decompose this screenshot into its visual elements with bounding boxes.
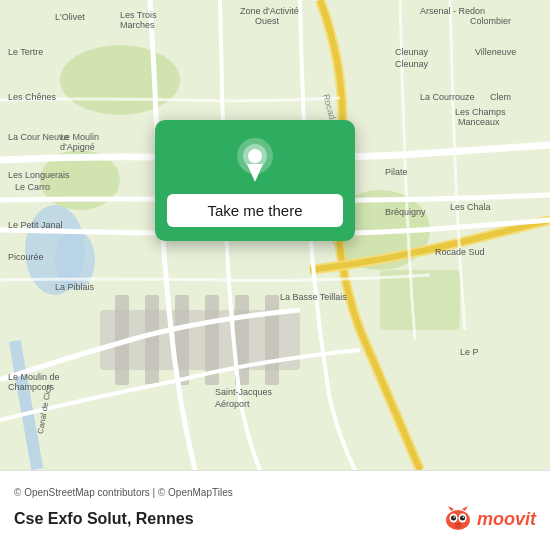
- svg-text:Villeneuve: Villeneuve: [475, 47, 516, 57]
- svg-text:Pilate: Pilate: [385, 167, 408, 177]
- svg-text:Saint-Jacques: Saint-Jacques: [215, 387, 273, 397]
- svg-point-62: [455, 523, 461, 526]
- svg-text:Les Champs: Les Champs: [455, 107, 506, 117]
- svg-point-53: [248, 149, 262, 163]
- svg-text:Bréquigny: Bréquigny: [385, 207, 426, 217]
- svg-text:Picourée: Picourée: [8, 252, 44, 262]
- svg-marker-63: [448, 506, 454, 511]
- svg-text:La Basse Teillais: La Basse Teillais: [280, 292, 347, 302]
- svg-rect-7: [380, 270, 460, 330]
- svg-text:Les Trois: Les Trois: [120, 10, 157, 20]
- svg-rect-10: [145, 295, 159, 385]
- moovit-icon: [443, 504, 473, 534]
- svg-point-2: [55, 230, 95, 290]
- svg-point-60: [453, 516, 455, 518]
- svg-text:Marches: Marches: [120, 20, 155, 30]
- svg-text:L'Olivet: L'Olivet: [55, 12, 85, 22]
- svg-text:La Piblais: La Piblais: [55, 282, 95, 292]
- svg-text:La Courrouze: La Courrouze: [420, 92, 475, 102]
- svg-text:Cleunay: Cleunay: [395, 47, 429, 57]
- svg-text:Le Carro: Le Carro: [15, 182, 50, 192]
- svg-point-58: [451, 516, 456, 521]
- svg-text:Le Tertre: Le Tertre: [8, 47, 43, 57]
- svg-text:Aéroport: Aéroport: [215, 399, 250, 409]
- svg-text:Le P: Le P: [460, 347, 479, 357]
- svg-text:Le Moulin: Le Moulin: [60, 132, 99, 142]
- location-card: Take me there: [155, 120, 355, 241]
- attribution-text: © OpenStreetMap contributors | © OpenMap…: [14, 487, 536, 498]
- svg-text:d'Apigné: d'Apigné: [60, 142, 95, 152]
- svg-marker-64: [462, 506, 468, 511]
- bottom-bar: © OpenStreetMap contributors | © OpenMap…: [0, 470, 550, 550]
- svg-text:Zone d'Activité: Zone d'Activité: [240, 6, 299, 16]
- svg-rect-14: [265, 295, 279, 385]
- location-name: Cse Exfo Solut, Rennes: [14, 510, 194, 528]
- location-pin-icon: [231, 136, 279, 184]
- take-me-there-button[interactable]: Take me there: [167, 194, 343, 227]
- svg-text:Colombier: Colombier: [470, 16, 511, 26]
- svg-text:Les Chênes: Les Chênes: [8, 92, 57, 102]
- svg-point-59: [460, 516, 465, 521]
- svg-text:Ouest: Ouest: [255, 16, 280, 26]
- svg-text:Le Petit Janal: Le Petit Janal: [8, 220, 63, 230]
- moovit-text: moovit: [477, 509, 536, 530]
- svg-point-4: [60, 45, 180, 115]
- map-container: L'Olivet Les Trois Marches Zone d'Activi…: [0, 0, 550, 470]
- moovit-logo: moovit: [443, 504, 536, 534]
- svg-text:Cleunay: Cleunay: [395, 59, 429, 69]
- svg-text:Les Longuerais: Les Longuerais: [8, 170, 70, 180]
- svg-text:Les Chala: Les Chala: [450, 202, 491, 212]
- svg-text:Rocade Sud: Rocade Sud: [435, 247, 485, 257]
- svg-text:Manceaux: Manceaux: [458, 117, 500, 127]
- svg-text:Le Moulin de: Le Moulin de: [8, 372, 60, 382]
- svg-text:Clem: Clem: [490, 92, 511, 102]
- svg-text:Arsenal - Redon: Arsenal - Redon: [420, 6, 485, 16]
- svg-point-61: [462, 516, 464, 518]
